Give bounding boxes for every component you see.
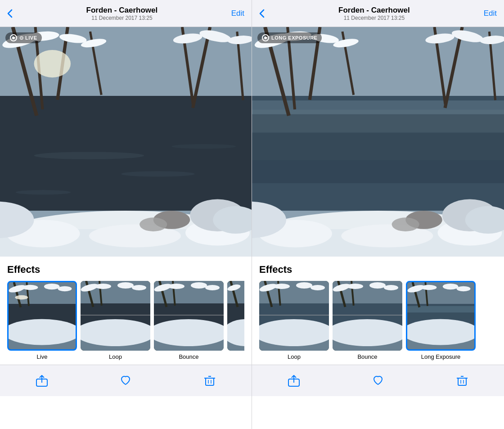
thumb-bounce-left[interactable]: Bounce [154,281,224,360]
svg-point-115 [333,319,402,346]
thumb-label-live: Live [37,353,48,360]
edit-button-right[interactable]: Edit [484,9,497,18]
back-button-right[interactable] [259,9,265,18]
svg-point-5 [172,144,236,149]
svg-rect-77 [252,160,504,183]
photo-area-left: ⊙ LIVE [0,27,252,257]
svg-rect-76 [252,133,504,160]
thumb-label-bounce-left: Bounce [179,353,198,360]
svg-point-132 [443,284,459,289]
svg-point-110 [296,282,312,289]
svg-point-4 [16,190,71,194]
thumb-img-bounce-left[interactable] [154,281,224,351]
like-button-left[interactable] [117,373,134,389]
edit-button-left[interactable]: Edit [231,9,244,18]
thumb-bounce-right[interactable]: Bounce [333,281,402,360]
svg-rect-112 [259,315,329,316]
live-badge-text-left: ⊙ LIVE [19,35,37,41]
svg-point-63 [227,319,244,346]
thumb-long-exposure-partial-left[interactable] [227,281,244,360]
svg-rect-135 [458,378,466,385]
header-center-right: Forden - Caerhowel 11 December 2017 13:2… [338,6,410,21]
svg-point-59 [205,285,220,290]
svg-point-20 [34,50,71,77]
thumb-img-loop-left[interactable] [81,281,150,351]
header-left: Forden - Caerhowel 11 December 2017 13:2… [0,0,252,27]
thumb-img-bounce-right[interactable] [333,281,402,351]
svg-rect-125 [407,306,474,312]
svg-rect-122 [333,315,402,316]
svg-point-40 [58,286,72,292]
thumb-img-long-right[interactable] [406,281,476,351]
header-center-left: Forden - Caerhowel 11 December 2017 13:2… [86,6,158,21]
svg-point-131 [421,285,437,290]
svg-point-105 [259,319,329,346]
effects-thumbnails-left: Live [7,281,244,360]
effects-title-right: Effects [259,264,497,275]
toolbar-left [0,365,252,396]
thumb-loop-right[interactable]: Loop [259,281,329,360]
thumb-loop-left[interactable]: Loop [81,281,150,360]
thumb-label-long-right: Long Exposure [421,353,460,360]
svg-point-58 [191,282,207,289]
svg-point-24 [140,217,167,231]
svg-point-49 [132,285,146,290]
thumb-img-loop-right[interactable] [259,281,329,351]
header-title-left: Forden - Caerhowel [86,6,158,15]
panel-left: Forden - Caerhowel 11 December 2017 13:2… [0,0,252,429]
svg-point-127 [407,319,474,345]
effects-section-left: Effects [0,257,252,365]
thumb-img-live[interactable] [7,281,77,351]
header-subtitle-left: 11 December 2017 13:25 [86,15,158,21]
header-subtitle-right: 11 December 2017 13:25 [338,15,410,21]
live-badge-right: LONG EXPOSURE [257,32,322,43]
svg-point-96 [392,217,419,231]
svg-point-109 [274,284,290,289]
svg-point-43 [81,319,150,346]
live-badge-text-right: LONG EXPOSURE [271,35,317,41]
header-right: Forden - Caerhowel 11 December 2017 13:2… [252,0,504,27]
svg-point-3 [121,171,194,176]
header-title-right: Forden - Caerhowel [338,6,410,15]
svg-point-53 [154,319,224,346]
svg-point-48 [117,282,134,289]
svg-point-119 [347,284,363,289]
effects-section-right: Effects [252,257,504,365]
back-button-left[interactable] [7,9,13,18]
thumb-label-loop-left: Loop [109,353,122,360]
thumb-live[interactable]: Live [7,281,77,360]
svg-point-57 [168,284,184,289]
share-button-left[interactable] [34,373,50,389]
svg-point-47 [95,284,111,289]
svg-point-133 [457,286,471,292]
svg-point-111 [310,285,325,290]
live-icon-right [262,34,269,41]
svg-rect-50 [81,315,150,316]
share-button-right[interactable] [286,373,302,389]
like-button-right[interactable] [370,373,386,389]
svg-rect-60 [154,315,224,316]
svg-rect-68 [206,378,214,385]
svg-point-39 [44,284,60,289]
svg-point-37 [22,285,38,290]
delete-button-left[interactable] [202,373,218,389]
thumb-img-long-left[interactable] [227,281,244,351]
panel-right: Forden - Caerhowel 11 December 2017 13:2… [252,0,504,429]
svg-point-2 [34,152,144,159]
delete-button-right[interactable] [454,373,470,389]
live-icon-left [10,34,17,41]
live-badge-left: ⊙ LIVE [5,32,42,43]
toolbar-right [252,365,504,396]
svg-point-120 [369,282,386,289]
svg-point-38 [15,295,28,300]
svg-point-33 [9,319,76,345]
photo-area-right: LONG EXPOSURE [252,27,504,257]
thumb-long-exposure-right[interactable]: Long Exposure [406,281,476,360]
svg-point-121 [384,285,398,290]
thumb-label-loop-right: Loop [288,353,301,360]
thumb-label-bounce-right: Bounce [357,353,377,360]
effects-thumbnails-right: Loop [259,281,497,360]
svg-rect-126 [407,312,474,319]
effects-title-left: Effects [7,264,244,275]
